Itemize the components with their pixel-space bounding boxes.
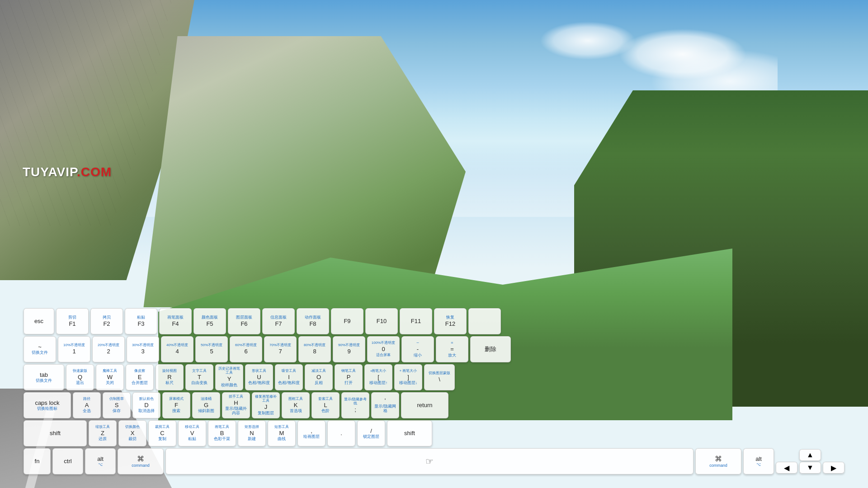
- key-f4-main: F4: [172, 320, 179, 328]
- key-arrow-left[interactable]: ◀: [776, 462, 797, 474]
- key-f1-main: F1: [69, 320, 75, 328]
- key-x[interactable]: 切换颜色 X 裁切: [118, 420, 146, 446]
- key-f2[interactable]: 拷贝 F2: [90, 308, 123, 334]
- key-8[interactable]: 80%不透明度 8: [298, 336, 331, 362]
- key-f[interactable]: 屏幕模式 F 搜索: [162, 392, 190, 418]
- number-row: ~ 切换文件 10%不透明度 1 20%不透明度 2 30%不透明度 3 40%…: [24, 336, 844, 362]
- key-f10[interactable]: F10: [365, 308, 398, 334]
- key-d[interactable]: 默认前色 D 取消选择: [132, 392, 160, 418]
- key-f6-sub: 图层面板: [236, 315, 252, 320]
- key-space[interactable]: ☞: [165, 448, 693, 474]
- key-f12-sub: 恢复: [446, 315, 454, 320]
- key-k[interactable]: 图框工具 K 首选项: [282, 392, 310, 418]
- key-backslash[interactable]: 切换图层蒙版 \: [424, 364, 455, 390]
- key-u[interactable]: 形状工具 U 色相/饱和度: [245, 364, 273, 390]
- key-caps[interactable]: caps lock 切换绘图标: [24, 392, 71, 418]
- key-f5-sub: 颜色面板: [202, 315, 218, 320]
- key-f8[interactable]: 动作面板 F8: [297, 308, 329, 334]
- key-2[interactable]: 20%不透明度 2: [92, 336, 125, 362]
- key-f2-main: F2: [103, 320, 110, 328]
- key-7[interactable]: 70%不透明度 7: [264, 336, 297, 362]
- key-t[interactable]: 文字工具 T 自由变换: [185, 364, 213, 390]
- key-quote[interactable]: ' 显示/隐藏网格: [371, 392, 399, 418]
- key-s[interactable]: 仿制图章 S 保存: [103, 392, 131, 418]
- key-b[interactable]: 画笔工具 B 色彩干渠: [208, 420, 236, 446]
- key-cmd-left[interactable]: ⌘ command: [118, 448, 164, 474]
- key-slash[interactable]: / 锁定图层: [357, 420, 385, 446]
- key-tilde[interactable]: ~ 切换文件: [24, 336, 56, 362]
- key-f12[interactable]: 恢复 F12: [434, 308, 467, 334]
- key-e[interactable]: 像皮擦 E 合并图层: [126, 364, 154, 390]
- key-f4[interactable]: 画笔面板 F4: [159, 308, 192, 334]
- key-shift-right[interactable]: shift: [387, 420, 432, 446]
- key-arrow-up[interactable]: ▲: [799, 449, 821, 461]
- key-r[interactable]: 旋转视图 R 标尺: [156, 364, 184, 390]
- key-bracket-l[interactable]: •画笔大小 [ 移动图层↑: [364, 364, 392, 390]
- key-alt-right[interactable]: alt ⌥: [743, 448, 774, 474]
- key-y[interactable]: 历史记录画笔工具 Y 校样颜色: [215, 364, 243, 390]
- key-f6[interactable]: 图层面板 F6: [228, 308, 260, 334]
- key-m[interactable]: 短形工具 M 曲线: [268, 420, 296, 446]
- key-a[interactable]: 路径 A 全选: [73, 392, 101, 418]
- key-shift-left[interactable]: shift: [24, 420, 87, 446]
- key-i[interactable]: 吸管工具 I 色相/饱和度: [275, 364, 303, 390]
- key-f5[interactable]: 颜色面板 F5: [193, 308, 226, 334]
- key-h[interactable]: 抓手工具 H 显示/隐藏外内容: [222, 392, 250, 418]
- key-1[interactable]: 10%不透明度 1: [58, 336, 90, 362]
- key-comma[interactable]: , 绘画图层: [297, 420, 326, 446]
- key-f3[interactable]: 粘贴 F3: [125, 308, 157, 334]
- key-f11-main: F11: [411, 318, 421, 325]
- key-fn-extra[interactable]: [468, 308, 501, 334]
- key-f4-sub: 画笔面板: [167, 315, 184, 320]
- key-alt-left[interactable]: alt ⌥: [85, 448, 116, 474]
- key-arrow-right[interactable]: ▶: [823, 462, 844, 474]
- key-p[interactable]: 钢笔工具 P 打开: [335, 364, 363, 390]
- key-c[interactable]: 裁剪工具 C 复制: [148, 420, 176, 446]
- key-f2-sub: 拷贝: [103, 315, 111, 320]
- key-g[interactable]: 油漆桶 G 倾斜新图: [192, 392, 220, 418]
- key-f7[interactable]: 信息面板 F7: [262, 308, 295, 334]
- key-j[interactable]: 修复画笔修补工具 J 复制图层: [252, 392, 280, 418]
- key-backspace[interactable]: 删除: [470, 336, 511, 362]
- key-f8-sub: 动作面板: [305, 315, 321, 320]
- key-f11[interactable]: F11: [400, 308, 432, 334]
- key-f10-main: F10: [377, 318, 387, 325]
- key-esc[interactable]: esc: [24, 308, 54, 334]
- key-o[interactable]: 减淡工具 O 反相: [305, 364, 333, 390]
- key-bracket-r[interactable]: + 画笔大小 ] 移动图层↓: [394, 364, 422, 390]
- key-f7-main: F7: [275, 320, 282, 328]
- key-return[interactable]: return: [401, 392, 448, 418]
- key-f1-sub: 剪切: [68, 315, 76, 320]
- key-w[interactable]: 魔棒工具 W 关闭: [96, 364, 124, 390]
- key-f7-sub: 信息面板: [270, 315, 287, 320]
- qwerty-row: tab 切换文件 快速蒙版 Q 退出 魔棒工具 W 关闭 像皮擦 E 合并图层 …: [24, 364, 844, 390]
- key-4[interactable]: 40%不透明度 4: [161, 336, 193, 362]
- key-l[interactable]: 套索工具 L 色阶: [311, 392, 340, 418]
- arrow-keys-group: ▲ ◀ ▼ ▶: [776, 449, 844, 474]
- key-cmd-right[interactable]: ⌘ command: [695, 448, 741, 474]
- key-q[interactable]: 快速蒙版 Q 退出: [66, 364, 94, 390]
- key-3[interactable]: 30%不透明度 3: [127, 336, 159, 362]
- key-f8-main: F8: [309, 320, 316, 328]
- asdf-row: caps lock 切换绘图标 路径 A 全选 仿制图章 S 保存 默认前色 D…: [24, 392, 844, 418]
- key-v[interactable]: 移动工具 V 粘贴: [178, 420, 206, 446]
- key-n[interactable]: 矩形选择 N 新建: [238, 420, 266, 446]
- key-period[interactable]: .: [327, 420, 355, 446]
- key-5[interactable]: 50%不透明度 5: [195, 336, 228, 362]
- key-tab[interactable]: tab 切换文件: [24, 364, 64, 390]
- key-0[interactable]: 100%不透明度 0 适合屏幕: [367, 336, 400, 362]
- logo-text-red: .COM: [77, 165, 112, 179]
- key-f3-sub: 粘贴: [137, 315, 145, 320]
- key-fn[interactable]: fn: [24, 448, 51, 474]
- key-z[interactable]: 缩放工具 Z 还原: [89, 420, 117, 446]
- key-f1[interactable]: 剪切 F1: [56, 308, 89, 334]
- key-f9[interactable]: F9: [331, 308, 363, 334]
- key-arrow-down[interactable]: ▼: [799, 462, 821, 474]
- modifier-row: fn ctrl alt ⌥ ⌘ command ☞ ⌘ command alt …: [24, 448, 844, 474]
- key-equal[interactable]: = = 放大: [436, 336, 468, 362]
- key-minus[interactable]: – - 缩小: [401, 336, 434, 362]
- key-6[interactable]: 60%不透明度 6: [230, 336, 262, 362]
- key-9[interactable]: 90%不透明度 9: [333, 336, 365, 362]
- key-semicolon[interactable]: 显示/隐藏参考线 ;: [341, 392, 369, 418]
- key-ctrl[interactable]: ctrl: [52, 448, 83, 474]
